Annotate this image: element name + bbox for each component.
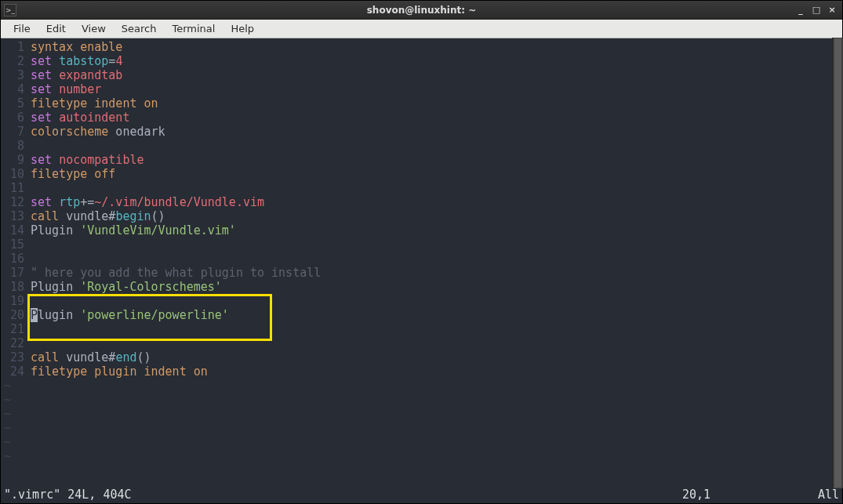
line-number: 17 [1, 266, 31, 280]
line-number: 12 [1, 195, 31, 209]
status-file-info: ".vimrc" 24L, 404C [4, 488, 682, 502]
vertical-scrollbar[interactable] [832, 38, 843, 488]
line-number: 9 [1, 153, 31, 167]
code-text: set number [31, 82, 101, 96]
code-line: 4set number [1, 82, 842, 96]
status-scroll-percent: All [800, 488, 839, 502]
code-text: Plugin 'powerline/powerline' [31, 308, 229, 322]
line-number: 19 [1, 294, 31, 308]
code-text: filetype plugin indent on [31, 364, 208, 379]
terminal-icon: >_ [4, 4, 16, 16]
vim-statusbar: ".vimrc" 24L, 404C 20,1 All [1, 488, 842, 503]
menu-edit[interactable]: Edit [38, 21, 74, 36]
line-number: 23 [1, 350, 31, 364]
editor-viewport[interactable]: 1syntax enable2set tabstop=43set expandt… [1, 38, 842, 488]
code-line: 5filetype indent on [1, 96, 842, 111]
line-number: 7 [1, 125, 31, 139]
code-line: 17" here you add the what plugin to inst… [1, 266, 842, 280]
line-number: 10 [1, 167, 31, 181]
window-title: shovon@linuxhint: ~ [367, 5, 477, 16]
line-number: 5 [1, 96, 31, 111]
code-line: 3set expandtab [1, 68, 842, 82]
window-controls: _ □ × [795, 5, 842, 16]
line-number: 8 [1, 139, 31, 153]
empty-line-tilde: ~ [1, 393, 842, 407]
cursor: P [31, 308, 38, 322]
menubar: File Edit View Search Terminal Help [1, 20, 842, 38]
status-cursor-position: 20,1 [682, 488, 800, 502]
menu-search[interactable]: Search [114, 21, 165, 36]
code-text: call vundle#end() [31, 350, 151, 364]
code-line: 16 [1, 252, 842, 266]
code-text: Plugin 'VundleVim/Vundle.vim' [31, 223, 236, 237]
code-line: 2set tabstop=4 [1, 54, 842, 68]
menu-view[interactable]: View [74, 21, 114, 36]
empty-line-tilde: ~ [1, 379, 842, 393]
line-number: 22 [1, 336, 31, 350]
code-line: 14Plugin 'VundleVim/Vundle.vim' [1, 223, 842, 237]
empty-line-tilde: ~ [1, 407, 842, 421]
code-line: 19 [1, 294, 842, 308]
code-text: colorscheme onedark [31, 125, 165, 139]
line-number: 15 [1, 237, 31, 252]
line-number: 6 [1, 111, 31, 125]
code-line: 18Plugin 'Royal-Colorschemes' [1, 280, 842, 294]
empty-line-tilde: ~ [1, 449, 842, 463]
scrollbar-thumb[interactable] [834, 38, 842, 488]
line-number: 18 [1, 280, 31, 294]
code-line: 22 [1, 336, 842, 350]
menu-terminal[interactable]: Terminal [164, 21, 223, 36]
code-line: 11 [1, 181, 842, 195]
code-text: set autoindent [31, 111, 129, 125]
code-text: set rtp+=~/.vim/bundle/Vundle.vim [31, 195, 264, 209]
line-number: 1 [1, 40, 31, 54]
code-line: 20Plugin 'powerline/powerline' [1, 308, 842, 322]
code-line: 8 [1, 139, 842, 153]
line-number: 13 [1, 209, 31, 223]
line-number: 11 [1, 181, 31, 195]
code-text: call vundle#begin() [31, 209, 165, 223]
code-line: 21 [1, 322, 842, 336]
line-number: 4 [1, 82, 31, 96]
empty-line-tilde: ~ [1, 421, 842, 435]
code-line: 9set nocompatible [1, 153, 842, 167]
code-line: 7colorscheme onedark [1, 125, 842, 139]
titlebar[interactable]: >_ shovon@linuxhint: ~ _ □ × [1, 1, 842, 20]
code-line: 12set rtp+=~/.vim/bundle/Vundle.vim [1, 195, 842, 209]
code-line: 24filetype plugin indent on [1, 364, 842, 379]
code-text: syntax enable [31, 40, 122, 54]
line-number: 3 [1, 68, 31, 82]
code-text: set expandtab [31, 68, 122, 82]
line-number: 2 [1, 54, 31, 68]
editor-content: 1syntax enable2set tabstop=43set expandt… [1, 40, 842, 463]
code-line: 13call vundle#begin() [1, 209, 842, 223]
close-button[interactable]: × [827, 5, 838, 16]
code-text: set tabstop=4 [31, 54, 122, 68]
code-text: set nocompatible [31, 153, 144, 167]
menu-file[interactable]: File [5, 21, 38, 36]
line-number: 21 [1, 322, 31, 336]
code-text: filetype indent on [31, 96, 158, 111]
code-line: 1syntax enable [1, 40, 842, 54]
line-number: 20 [1, 308, 31, 322]
minimize-button[interactable]: _ [795, 5, 806, 16]
code-text: " here you add the what plugin to instal… [31, 266, 321, 280]
code-text: Plugin 'Royal-Colorschemes' [31, 280, 222, 294]
empty-line-tilde: ~ [1, 435, 842, 449]
code-line: 6set autoindent [1, 111, 842, 125]
line-number: 24 [1, 364, 31, 379]
menu-help[interactable]: Help [223, 21, 262, 36]
line-number: 16 [1, 252, 31, 266]
maximize-button[interactable]: □ [811, 5, 822, 16]
code-line: 10filetype off [1, 167, 842, 181]
code-line: 15 [1, 237, 842, 252]
terminal-window: >_ shovon@linuxhint: ~ _ □ × File Edit V… [0, 0, 843, 504]
code-text: filetype off [31, 167, 115, 181]
line-number: 14 [1, 223, 31, 237]
code-line: 23call vundle#end() [1, 350, 842, 364]
